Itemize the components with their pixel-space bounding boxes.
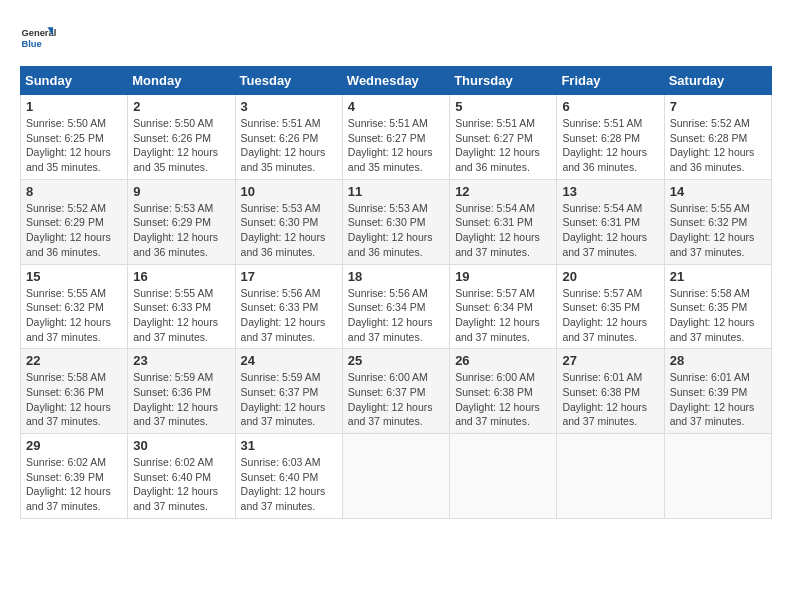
day-info: Sunrise: 5:50 AMSunset: 6:26 PMDaylight:… — [133, 116, 229, 175]
calendar-week-2: 8Sunrise: 5:52 AMSunset: 6:29 PMDaylight… — [21, 179, 772, 264]
day-info: Sunrise: 6:03 AMSunset: 6:40 PMDaylight:… — [241, 455, 337, 514]
calendar-day-28: 28Sunrise: 6:01 AMSunset: 6:39 PMDayligh… — [664, 349, 771, 434]
calendar-header: SundayMondayTuesdayWednesdayThursdayFrid… — [21, 67, 772, 95]
logo-icon: General Blue — [20, 20, 56, 56]
day-number: 27 — [562, 353, 658, 368]
day-info: Sunrise: 5:55 AMSunset: 6:32 PMDaylight:… — [670, 201, 766, 260]
calendar-day-22: 22Sunrise: 5:58 AMSunset: 6:36 PMDayligh… — [21, 349, 128, 434]
calendar-day-12: 12Sunrise: 5:54 AMSunset: 6:31 PMDayligh… — [450, 179, 557, 264]
day-info: Sunrise: 5:59 AMSunset: 6:37 PMDaylight:… — [241, 370, 337, 429]
calendar-body: 1Sunrise: 5:50 AMSunset: 6:25 PMDaylight… — [21, 95, 772, 519]
page-header: General Blue — [20, 20, 772, 56]
day-info: Sunrise: 5:55 AMSunset: 6:32 PMDaylight:… — [26, 286, 122, 345]
calendar-day-18: 18Sunrise: 5:56 AMSunset: 6:34 PMDayligh… — [342, 264, 449, 349]
day-info: Sunrise: 5:57 AMSunset: 6:34 PMDaylight:… — [455, 286, 551, 345]
day-number: 15 — [26, 269, 122, 284]
day-number: 18 — [348, 269, 444, 284]
day-number: 31 — [241, 438, 337, 453]
calendar-week-1: 1Sunrise: 5:50 AMSunset: 6:25 PMDaylight… — [21, 95, 772, 180]
day-number: 7 — [670, 99, 766, 114]
empty-cell — [664, 434, 771, 519]
calendar-day-20: 20Sunrise: 5:57 AMSunset: 6:35 PMDayligh… — [557, 264, 664, 349]
calendar-day-23: 23Sunrise: 5:59 AMSunset: 6:36 PMDayligh… — [128, 349, 235, 434]
calendar-day-9: 9Sunrise: 5:53 AMSunset: 6:29 PMDaylight… — [128, 179, 235, 264]
day-info: Sunrise: 5:58 AMSunset: 6:35 PMDaylight:… — [670, 286, 766, 345]
day-info: Sunrise: 6:02 AMSunset: 6:40 PMDaylight:… — [133, 455, 229, 514]
day-number: 30 — [133, 438, 229, 453]
day-info: Sunrise: 6:02 AMSunset: 6:39 PMDaylight:… — [26, 455, 122, 514]
day-number: 4 — [348, 99, 444, 114]
day-info: Sunrise: 6:01 AMSunset: 6:39 PMDaylight:… — [670, 370, 766, 429]
calendar-day-2: 2Sunrise: 5:50 AMSunset: 6:26 PMDaylight… — [128, 95, 235, 180]
calendar-day-19: 19Sunrise: 5:57 AMSunset: 6:34 PMDayligh… — [450, 264, 557, 349]
calendar-day-15: 15Sunrise: 5:55 AMSunset: 6:32 PMDayligh… — [21, 264, 128, 349]
calendar-day-5: 5Sunrise: 5:51 AMSunset: 6:27 PMDaylight… — [450, 95, 557, 180]
calendar-day-17: 17Sunrise: 5:56 AMSunset: 6:33 PMDayligh… — [235, 264, 342, 349]
day-number: 19 — [455, 269, 551, 284]
calendar-day-24: 24Sunrise: 5:59 AMSunset: 6:37 PMDayligh… — [235, 349, 342, 434]
day-number: 1 — [26, 99, 122, 114]
logo: General Blue — [20, 20, 56, 56]
day-info: Sunrise: 5:58 AMSunset: 6:36 PMDaylight:… — [26, 370, 122, 429]
weekday-header-thursday: Thursday — [450, 67, 557, 95]
calendar-day-26: 26Sunrise: 6:00 AMSunset: 6:38 PMDayligh… — [450, 349, 557, 434]
day-info: Sunrise: 5:54 AMSunset: 6:31 PMDaylight:… — [562, 201, 658, 260]
day-info: Sunrise: 5:51 AMSunset: 6:26 PMDaylight:… — [241, 116, 337, 175]
day-info: Sunrise: 5:53 AMSunset: 6:30 PMDaylight:… — [241, 201, 337, 260]
weekday-header-friday: Friday — [557, 67, 664, 95]
day-number: 25 — [348, 353, 444, 368]
day-number: 11 — [348, 184, 444, 199]
day-info: Sunrise: 5:51 AMSunset: 6:28 PMDaylight:… — [562, 116, 658, 175]
day-info: Sunrise: 5:59 AMSunset: 6:36 PMDaylight:… — [133, 370, 229, 429]
weekday-header-sunday: Sunday — [21, 67, 128, 95]
calendar-day-21: 21Sunrise: 5:58 AMSunset: 6:35 PMDayligh… — [664, 264, 771, 349]
day-number: 9 — [133, 184, 229, 199]
empty-cell — [342, 434, 449, 519]
calendar-week-3: 15Sunrise: 5:55 AMSunset: 6:32 PMDayligh… — [21, 264, 772, 349]
calendar-day-4: 4Sunrise: 5:51 AMSunset: 6:27 PMDaylight… — [342, 95, 449, 180]
day-info: Sunrise: 5:50 AMSunset: 6:25 PMDaylight:… — [26, 116, 122, 175]
day-info: Sunrise: 5:53 AMSunset: 6:29 PMDaylight:… — [133, 201, 229, 260]
calendar-day-27: 27Sunrise: 6:01 AMSunset: 6:38 PMDayligh… — [557, 349, 664, 434]
weekday-row: SundayMondayTuesdayWednesdayThursdayFrid… — [21, 67, 772, 95]
calendar-day-25: 25Sunrise: 6:00 AMSunset: 6:37 PMDayligh… — [342, 349, 449, 434]
day-info: Sunrise: 5:55 AMSunset: 6:33 PMDaylight:… — [133, 286, 229, 345]
calendar-day-7: 7Sunrise: 5:52 AMSunset: 6:28 PMDaylight… — [664, 95, 771, 180]
day-number: 22 — [26, 353, 122, 368]
day-number: 14 — [670, 184, 766, 199]
day-info: Sunrise: 5:56 AMSunset: 6:34 PMDaylight:… — [348, 286, 444, 345]
day-info: Sunrise: 6:00 AMSunset: 6:37 PMDaylight:… — [348, 370, 444, 429]
day-number: 23 — [133, 353, 229, 368]
day-number: 21 — [670, 269, 766, 284]
calendar-day-29: 29Sunrise: 6:02 AMSunset: 6:39 PMDayligh… — [21, 434, 128, 519]
calendar-day-31: 31Sunrise: 6:03 AMSunset: 6:40 PMDayligh… — [235, 434, 342, 519]
calendar-table: SundayMondayTuesdayWednesdayThursdayFrid… — [20, 66, 772, 519]
day-info: Sunrise: 5:56 AMSunset: 6:33 PMDaylight:… — [241, 286, 337, 345]
calendar-day-1: 1Sunrise: 5:50 AMSunset: 6:25 PMDaylight… — [21, 95, 128, 180]
calendar-week-5: 29Sunrise: 6:02 AMSunset: 6:39 PMDayligh… — [21, 434, 772, 519]
calendar-day-13: 13Sunrise: 5:54 AMSunset: 6:31 PMDayligh… — [557, 179, 664, 264]
day-number: 12 — [455, 184, 551, 199]
day-number: 16 — [133, 269, 229, 284]
day-number: 26 — [455, 353, 551, 368]
day-info: Sunrise: 5:51 AMSunset: 6:27 PMDaylight:… — [455, 116, 551, 175]
day-number: 6 — [562, 99, 658, 114]
calendar-day-6: 6Sunrise: 5:51 AMSunset: 6:28 PMDaylight… — [557, 95, 664, 180]
day-info: Sunrise: 5:57 AMSunset: 6:35 PMDaylight:… — [562, 286, 658, 345]
day-number: 5 — [455, 99, 551, 114]
day-info: Sunrise: 5:52 AMSunset: 6:28 PMDaylight:… — [670, 116, 766, 175]
day-number: 28 — [670, 353, 766, 368]
svg-text:Blue: Blue — [21, 39, 41, 49]
day-number: 17 — [241, 269, 337, 284]
day-info: Sunrise: 6:01 AMSunset: 6:38 PMDaylight:… — [562, 370, 658, 429]
weekday-header-saturday: Saturday — [664, 67, 771, 95]
day-info: Sunrise: 5:54 AMSunset: 6:31 PMDaylight:… — [455, 201, 551, 260]
day-info: Sunrise: 5:52 AMSunset: 6:29 PMDaylight:… — [26, 201, 122, 260]
calendar-week-4: 22Sunrise: 5:58 AMSunset: 6:36 PMDayligh… — [21, 349, 772, 434]
day-number: 2 — [133, 99, 229, 114]
calendar-day-16: 16Sunrise: 5:55 AMSunset: 6:33 PMDayligh… — [128, 264, 235, 349]
calendar-day-8: 8Sunrise: 5:52 AMSunset: 6:29 PMDaylight… — [21, 179, 128, 264]
day-number: 3 — [241, 99, 337, 114]
weekday-header-monday: Monday — [128, 67, 235, 95]
calendar-day-14: 14Sunrise: 5:55 AMSunset: 6:32 PMDayligh… — [664, 179, 771, 264]
